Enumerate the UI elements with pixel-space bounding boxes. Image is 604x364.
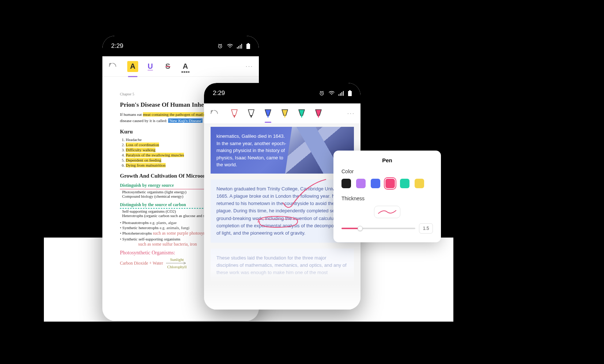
- svg-rect-3: [240, 45, 241, 49]
- pen-toolbar: ⋮: [204, 103, 360, 124]
- pen-yellow[interactable]: [281, 109, 289, 118]
- thickness-slider[interactable]: [341, 228, 415, 229]
- pen-settings-popup: Pen Color Thickness 1.5: [333, 151, 441, 242]
- battery-icon: [246, 43, 250, 49]
- hero-block: kinematics, Galileo died in 1643. In the…: [211, 127, 354, 174]
- color-swatch-purple[interactable]: [356, 179, 366, 188]
- card-text: Newton graduated from Trinity College, C…: [216, 186, 348, 236]
- text-card[interactable]: Newton graduated from Trinity College, C…: [211, 179, 354, 243]
- thickness-label: Thickness: [341, 196, 433, 201]
- status-bar: 2:29: [102, 36, 259, 56]
- status-bar: 2:29: [204, 83, 360, 103]
- arrow-icon: [166, 262, 188, 265]
- color-swatch-yellow[interactable]: [415, 179, 424, 188]
- more-menu-icon[interactable]: ⋮: [245, 63, 254, 70]
- pen-tools-row: [230, 109, 322, 118]
- handwritten-equation: Carbon Dioxide + Water: [120, 261, 163, 266]
- pen-blue[interactable]: [264, 109, 272, 118]
- card-text: These studies laid the foundation for th…: [216, 255, 347, 275]
- svg-rect-14: [340, 93, 341, 96]
- signal-icon: [339, 91, 344, 96]
- color-label: Color: [341, 168, 433, 174]
- highlight-tool[interactable]: A: [127, 61, 138, 72]
- pen-pink[interactable]: [314, 109, 322, 118]
- svg-rect-5: [248, 43, 249, 44]
- signal-icon: [237, 43, 243, 49]
- strikethrough-tool[interactable]: S: [162, 61, 173, 72]
- color-swatch-teal[interactable]: [400, 179, 409, 188]
- slider-thumb[interactable]: [358, 226, 363, 231]
- hero-text: kinematics, Galileo died in 1643. In the…: [216, 133, 289, 168]
- svg-rect-4: [241, 44, 242, 49]
- svg-rect-13: [339, 94, 339, 96]
- back-icon[interactable]: [107, 61, 118, 72]
- format-toolbar: A U S A ⋮: [102, 56, 259, 77]
- color-swatches: [341, 179, 433, 188]
- pen-black[interactable]: [247, 109, 255, 118]
- svg-rect-15: [341, 92, 342, 96]
- svg-rect-1: [237, 47, 238, 49]
- svg-rect-16: [343, 91, 344, 96]
- svg-rect-17: [349, 90, 351, 91]
- handwritten-label: Chlorophyll: [167, 265, 186, 269]
- pen-teal[interactable]: [298, 109, 306, 118]
- thickness-preview: [374, 206, 400, 218]
- color-swatch-blue[interactable]: [371, 179, 380, 188]
- status-icons: [217, 43, 250, 49]
- intro-text: If humans eat: [120, 112, 143, 117]
- alarm-icon: [217, 43, 223, 49]
- text-card-faded: These studies laid the foundation for th…: [211, 249, 354, 282]
- popup-title: Pen: [341, 157, 433, 163]
- underline-tool[interactable]: U: [145, 61, 156, 72]
- handwritten-label: Sunlight: [170, 257, 184, 262]
- selected-text[interactable]: 'New Kuji's Disease': [168, 118, 203, 123]
- pen-red[interactable]: [230, 109, 238, 118]
- color-swatch-black[interactable]: [341, 179, 351, 188]
- format-tools: A U S A: [127, 61, 191, 72]
- more-menu-icon[interactable]: ⋮: [347, 110, 355, 117]
- thickness-value: 1.5: [419, 223, 433, 234]
- wifi-icon: [328, 91, 335, 96]
- battery-icon: [348, 90, 352, 96]
- svg-rect-18: [348, 91, 352, 96]
- status-time: 2:29: [213, 90, 225, 97]
- svg-rect-2: [238, 46, 239, 49]
- thickness-slider-row: 1.5: [341, 223, 433, 234]
- status-icons: [319, 90, 352, 96]
- color-swatch-pink[interactable]: [385, 179, 395, 188]
- wifi-icon: [227, 43, 233, 49]
- squiggle-underline-tool[interactable]: A: [180, 61, 191, 72]
- pen-annotation-check: [276, 177, 331, 221]
- status-time: 2:29: [111, 42, 123, 50]
- svg-rect-6: [246, 44, 250, 49]
- back-icon[interactable]: [209, 109, 219, 119]
- alarm-icon: [319, 90, 325, 96]
